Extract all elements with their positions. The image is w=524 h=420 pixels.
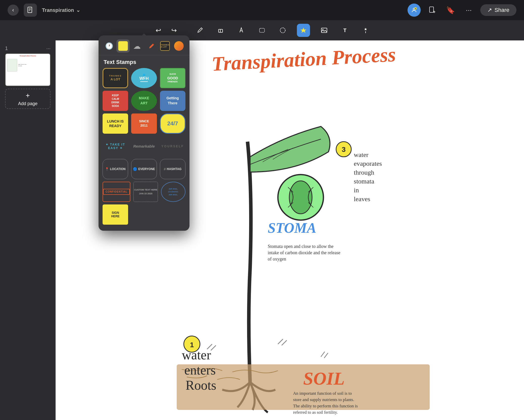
svg-text:The ability to perform this fu: The ability to perform this function is — [293, 404, 358, 408]
svg-line-62 — [324, 353, 328, 358]
svg-text:referred to as soil fertility.: referred to as soil fertility. — [293, 410, 338, 415]
svg-text:Transpiration Process: Transpiration Process — [211, 43, 396, 75]
drawing-toolbar: ↩ ↪ — [0, 20, 524, 40]
stamp-location[interactable]: 📍 LOCATION — [103, 159, 128, 179]
stamp-wfh[interactable]: 🌐 WFH — [131, 68, 157, 88]
svg-text:Stomata open and close to allo: Stomata open and close to allow the — [268, 244, 334, 249]
recent-tab[interactable]: 🕐 — [103, 39, 115, 53]
svg-line-58 — [211, 345, 216, 351]
stamp-getting-there[interactable]: GettingThere — [160, 91, 185, 111]
svg-line-59 — [278, 339, 283, 344]
add-page-button[interactable] — [426, 4, 439, 17]
svg-text:Roots: Roots — [185, 378, 216, 392]
stamps-row-5: 📍 LOCATION 🔵 EVERYONE # HASHTAG — [99, 159, 189, 182]
svg-rect-14 — [321, 28, 327, 33]
share-button[interactable]: ↗ Share — [480, 4, 516, 16]
yellow-tab[interactable] — [116, 39, 129, 53]
svg-text:intake of carbon dioxide and t: intake of carbon dioxide and the release — [268, 250, 340, 255]
svg-text:of oxygen: of oxygen — [268, 256, 286, 262]
undo-redo-group: ↩ ↪ — [152, 24, 181, 37]
stamp-make-art[interactable]: MAKEART — [131, 91, 157, 111]
add-page-button[interactable]: + Add page — [5, 89, 51, 109]
lasso-tool[interactable] — [255, 24, 269, 37]
svg-text:stomata: stomata — [354, 178, 374, 185]
stamp-sign-here[interactable]: SIGNHERE — [103, 204, 128, 225]
sticker-tool[interactable] — [297, 24, 310, 37]
svg-text:water: water — [354, 151, 368, 158]
stamp-remarkable[interactable]: Remarkable — [131, 136, 157, 156]
stamps-row-4: ✦ TAKE IT EASY ✦ Remarkable YOURSELF — [99, 136, 189, 159]
undo-button[interactable]: ↩ — [152, 24, 165, 37]
svg-text:3: 3 — [342, 146, 346, 153]
magic-tool[interactable] — [359, 24, 372, 37]
svg-point-12 — [280, 28, 285, 33]
svg-text:leaves: leaves — [354, 195, 370, 203]
document-title[interactable]: Transpiration ⌄ — [42, 7, 80, 13]
slide-number: 1 — [5, 45, 8, 51]
stamp-air-mail[interactable]: AIR MAIL21/10/2021AIR MAIL — [161, 182, 185, 202]
svg-text:SOIL: SOIL — [303, 368, 345, 389]
stamp-custom-text[interactable]: CUSTOM TEXT HERE JAN 15 2020 — [133, 182, 158, 202]
stamp-lunch-is-ready[interactable]: LUNCH ISREADY — [103, 113, 128, 134]
image-tool[interactable] — [318, 24, 331, 37]
svg-text:✎: ✎ — [415, 8, 417, 10]
pages-sidebar: 1 ··· Transpiration Process water enters… — [0, 40, 56, 420]
more-options-button[interactable]: ··· — [462, 4, 475, 17]
add-page-plus-icon: + — [26, 91, 30, 100]
stamp-such-good-friends[interactable]: SUCH GOOD FRIENDS — [160, 68, 185, 88]
stamp-since-2011[interactable]: SINCE2011 — [131, 113, 157, 134]
svg-rect-6 — [430, 7, 434, 12]
eraser-tool[interactable] — [214, 24, 227, 37]
stamp-everyone[interactable]: 🔵 EVERYONE — [131, 159, 157, 179]
svg-text:An important function of soil : An important function of soil is to — [293, 391, 352, 396]
svg-text:water: water — [182, 348, 211, 362]
stamps-row-3: LUNCH ISREADY SINCE2011 24/7 — [99, 113, 189, 136]
stamp-hashtag[interactable]: # HASHTAG — [160, 159, 185, 179]
svg-line-60 — [282, 340, 287, 345]
select-tool[interactable] — [276, 24, 289, 37]
svg-rect-0 — [28, 7, 32, 13]
svg-line-61 — [321, 352, 325, 357]
top-bar: ‹ Transpiration ⌄ ✎ 🔖 ··· ↗ Share — [0, 0, 524, 20]
cloud-tab[interactable]: ☁ — [131, 39, 144, 53]
svg-text:store and supply nutrients to : store and supply nutrients to plants. — [293, 397, 354, 402]
text-tool[interactable]: T — [338, 24, 351, 37]
stamps-row-7: SIGNHERE — [99, 204, 189, 226]
svg-text:in: in — [354, 186, 359, 194]
svg-marker-13 — [300, 28, 306, 33]
stamps-row-6: CONFIDENTIAL CUSTOM TEXT HERE JAN 15 202… — [99, 182, 189, 204]
panel-category-label: Text Stamps — [99, 55, 189, 68]
thanks-tab[interactable]: THANKSA LOT — [158, 39, 171, 53]
svg-text:evaporates: evaporates — [354, 160, 382, 167]
svg-text:enters: enters — [184, 363, 216, 377]
svg-text:T: T — [343, 28, 346, 33]
document-icon — [24, 4, 37, 17]
svg-point-20 — [289, 181, 312, 214]
stamp-yourself[interactable]: YOURSELF — [160, 136, 185, 156]
stamps-row-2: KEEPCALMDRINKSODA MAKEART GettingThere — [99, 91, 189, 113]
slide-thumbnail[interactable]: Transpiration Process water enters roots… — [5, 53, 51, 86]
svg-text:through: through — [354, 169, 374, 176]
redo-button[interactable]: ↪ — [168, 24, 181, 37]
slide-more-button[interactable]: ··· — [46, 45, 51, 51]
stamp-keep-calm[interactable]: KEEPCALMDRINKSODA — [103, 91, 128, 111]
stamp-take-it-easy[interactable]: ✦ TAKE IT EASY ✦ — [103, 136, 128, 156]
stamp-247[interactable]: 24/7 — [160, 113, 185, 134]
pen-tab[interactable] — [145, 39, 157, 53]
stamps-row-1: THANKS A LOT 🌐 WFH SUCH GOOD FRIENDS — [99, 68, 189, 91]
panel-tabs: 🕐 ☁ THANKSA LOT — [99, 35, 189, 55]
orange-tab[interactable] — [173, 39, 185, 53]
svg-text:STOMA: STOMA — [268, 220, 316, 236]
user-avatar[interactable]: ✎ — [408, 4, 421, 17]
svg-rect-11 — [259, 28, 265, 32]
back-button[interactable]: ‹ — [8, 5, 19, 16]
pen-tool[interactable] — [235, 24, 248, 37]
sticker-panel: 🕐 ☁ THANKSA LOT Text Stamps THANKS A LOT — [99, 35, 189, 231]
bookmark-button[interactable]: 🔖 — [444, 4, 457, 17]
stamp-thanks-a-lot[interactable]: THANKS A LOT — [103, 68, 128, 88]
stamp-confidential[interactable]: CONFIDENTIAL — [103, 182, 130, 202]
pencil-tool[interactable] — [193, 24, 206, 37]
